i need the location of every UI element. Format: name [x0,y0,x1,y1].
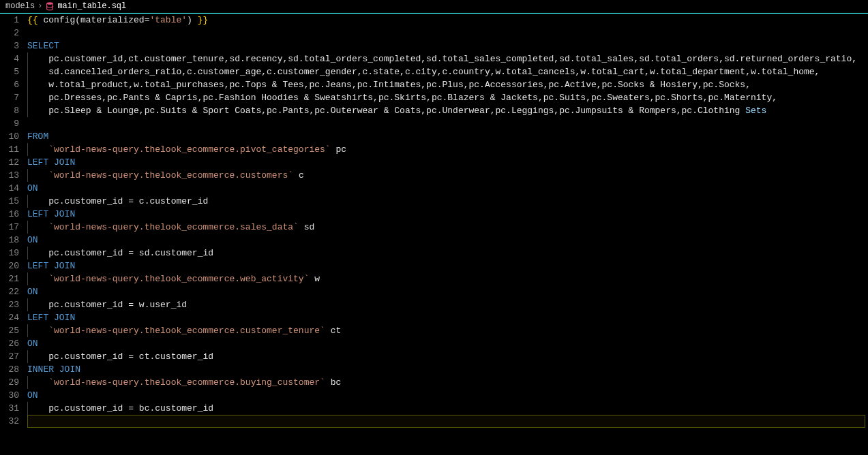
code-token: Sets [745,106,766,116]
line-number: 16 [5,208,19,221]
line-number: 15 [5,195,19,208]
code-token: ON [27,390,38,401]
line-number: 5 [5,65,19,78]
line-number: 13 [5,169,19,182]
code-line[interactable]: ON [27,389,865,402]
line-number: 14 [5,182,19,195]
code-token: pc.customer_id = c.customer_id [27,196,208,206]
code-token: {{ [27,15,43,25]
code-line[interactable]: pc.customer_id = sd.customer_id [27,247,865,260]
code-token: ct [325,326,341,336]
code-line[interactable]: `world-news-query.thelook_ecommerce.buyi… [27,376,865,389]
code-line[interactable] [27,27,865,40]
code-line[interactable]: INNER JOIN [27,363,865,376]
line-number: 19 [5,247,19,260]
code-token: ON [27,287,38,297]
line-number: 6 [5,78,19,91]
breadcrumb[interactable]: models › main_table.sql [0,0,868,13]
code-line[interactable]: pc.Sleep & Lounge,pc.Suits & Sport Coats… [27,104,865,117]
line-number-gutter: 1234567891011121314151617181920212223242… [0,14,27,428]
code-line[interactable]: SELECT [27,40,865,52]
svg-point-0 [47,2,53,5]
code-line[interactable]: ON [27,285,865,298]
line-number: 12 [5,156,19,169]
line-number: 25 [5,324,19,337]
code-token: FROM [27,131,48,142]
code-line[interactable]: pc.customer_id = ct.customer_id [27,350,865,363]
code-line[interactable]: ON [27,182,865,195]
line-number: 26 [5,337,19,350]
line-number: 3 [5,40,19,52]
code-line[interactable]: `world-news-query.thelook_ecommerce.cust… [27,324,865,337]
code-token: ON [27,235,38,245]
code-line[interactable]: sd.cancelled_orders_ratio,c.customer_age… [27,65,865,78]
breadcrumb-filename[interactable]: main_table.sql [57,1,126,11]
code-token: `world-news-query.thelook_ecommerce.pivo… [27,144,331,155]
code-editor[interactable]: 1234567891011121314151617181920212223242… [0,13,868,428]
breadcrumb-folder[interactable]: models [5,1,35,11]
code-token: `world-news-query.thelook_ecommerce.buyi… [27,377,325,388]
code-line[interactable]: {{ config(materialized='table') }} [27,14,865,27]
line-number: 4 [5,52,19,65]
code-token: pc.Sleep & Lounge,pc.Suits & Sport Coats… [27,106,745,116]
code-token: INNER JOIN [27,364,80,375]
code-line[interactable]: LEFT JOIN [27,156,865,169]
line-number: 11 [5,143,19,156]
code-token: pc.customer_id,ct.customer_tenure,sd.rec… [27,54,857,64]
line-number: 23 [5,298,19,311]
code-area[interactable]: {{ config(materialized='table') }}SELECT… [27,14,868,428]
code-line[interactable]: LEFT JOIN [27,311,865,324]
line-number: 22 [5,285,19,298]
code-line[interactable]: pc.customer_id = w.user_id [27,298,865,311]
line-number: 7 [5,91,19,104]
code-line[interactable]: pc.customer_id = c.customer_id [27,195,865,208]
code-line[interactable]: pc.customer_id = bc.customer_id [27,402,865,415]
code-token: `world-news-query.thelook_ecommerce.cust… [27,326,325,336]
database-icon [45,1,55,11]
code-token: `world-news-query.thelook_ecommerce.cust… [27,170,293,181]
code-line[interactable]: ON [27,337,865,350]
code-token: `world-news-query.thelook_ecommerce.web_… [27,274,309,284]
line-number: 30 [5,389,19,402]
code-line[interactable] [27,415,865,428]
code-token: LEFT JOIN [27,157,75,168]
code-line[interactable]: `world-news-query.thelook_ecommerce.cust… [27,169,865,182]
code-token: w.total_product,w.total_purchases,pc.Top… [27,80,751,90]
line-number: 24 [5,311,19,324]
code-line[interactable]: LEFT JOIN [27,208,865,221]
line-number: 10 [5,130,19,143]
code-line[interactable] [27,117,865,130]
line-number: 9 [5,117,19,130]
line-number: 27 [5,350,19,363]
code-token: bc [325,377,341,388]
line-number: 21 [5,272,19,285]
code-token: ON [27,183,38,193]
code-token: pc.customer_id = bc.customer_id [27,403,213,413]
code-line[interactable]: pc.customer_id,ct.customer_tenure,sd.rec… [27,52,865,65]
code-token: sd.cancelled_orders_ratio,c.customer_age… [27,67,820,77]
code-token: }} [198,15,209,25]
code-line[interactable]: pc.Dresses,pc.Pants & Capris,pc.Fashion … [27,91,865,104]
line-number: 28 [5,363,19,376]
code-token: SELECT [27,41,59,51]
code-line[interactable]: ON [27,234,865,247]
code-token: config(materialized [43,15,144,25]
line-number: 18 [5,234,19,247]
code-line[interactable]: `world-news-query.thelook_ecommerce.pivo… [27,143,865,156]
code-line[interactable]: LEFT JOIN [27,260,865,272]
code-token: w [309,274,320,284]
code-token: c [293,170,304,181]
code-line[interactable]: w.total_product,w.total_purchases,pc.Top… [27,78,865,91]
code-token: ) [187,15,198,25]
code-token: pc [331,144,346,155]
code-line[interactable]: FROM [27,130,865,143]
line-number: 20 [5,260,19,272]
line-number: 8 [5,104,19,117]
code-line[interactable]: `world-news-query.thelook_ecommerce.sale… [27,221,865,234]
code-token: sd [299,222,314,232]
code-line[interactable]: `world-news-query.thelook_ecommerce.web_… [27,272,865,285]
code-token: pc.customer_id = ct.customer_id [27,351,213,362]
line-number: 29 [5,376,19,389]
code-token: `world-news-query.thelook_ecommerce.sale… [27,222,299,232]
code-token: ON [27,339,38,349]
